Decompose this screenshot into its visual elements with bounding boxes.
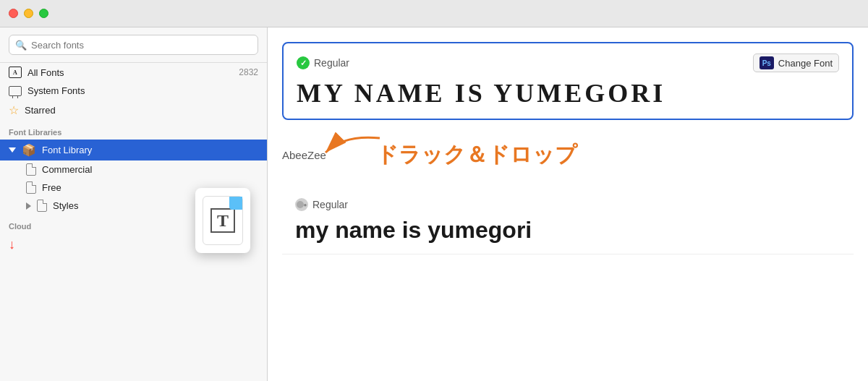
drag-drop-label: ドラック＆ドロップ bbox=[376, 140, 577, 170]
monitor-icon bbox=[9, 86, 22, 96]
cloud-arrow-icon: ↓ bbox=[9, 237, 15, 252]
search-input[interactable] bbox=[31, 40, 252, 51]
drag-icon[interactable]: T bbox=[195, 188, 250, 253]
all-fonts-label: All Fonts bbox=[27, 67, 64, 78]
font-preview-top: MY NAME IS YUMEGORI bbox=[297, 78, 839, 108]
font-file-icon: T bbox=[203, 196, 243, 245]
font-card-bottom: Regular my name is yumegori bbox=[282, 188, 854, 254]
star-icon: ☆ bbox=[9, 103, 19, 117]
font-card-header-top: Regular Ps Change Font bbox=[297, 53, 839, 72]
font-libraries-section-label: Font Libraries bbox=[0, 121, 267, 140]
box-icon: 📦 bbox=[22, 143, 36, 157]
close-button[interactable] bbox=[9, 9, 18, 18]
font-status-label-bottom: Regular bbox=[312, 199, 348, 210]
font-t-letter: T bbox=[210, 208, 235, 233]
font-preview-bottom: my name is yumegori bbox=[295, 217, 841, 244]
page-icon-free bbox=[26, 181, 36, 194]
app-body: 🔍 A All Fonts 2832 System Fonts ☆ Starre… bbox=[0, 27, 868, 381]
status-green-icon bbox=[297, 56, 310, 69]
change-font-button[interactable]: Ps Change Font bbox=[753, 53, 839, 72]
page-icon-styles bbox=[37, 200, 47, 212]
page-icon-commercial bbox=[26, 163, 36, 176]
search-area: 🔍 bbox=[0, 27, 267, 63]
sidebar-item-commercial[interactable]: Commercial bbox=[0, 160, 267, 179]
main-content: Regular Ps Change Font MY NAME IS YUMEGO… bbox=[268, 27, 868, 381]
sidebar-item-all-fonts[interactable]: A All Fonts 2832 bbox=[0, 63, 267, 82]
change-font-label: Change Font bbox=[778, 58, 833, 69]
font-name-abeezee: AbeeZee bbox=[282, 149, 326, 161]
font-card-header-bottom: Regular bbox=[295, 198, 841, 211]
styles-label: Styles bbox=[53, 200, 78, 211]
chevron-right-icon bbox=[26, 202, 31, 210]
starred-label: Starred bbox=[25, 105, 56, 116]
sidebar-item-font-library[interactable]: 📦 Font Library bbox=[0, 140, 267, 160]
system-fonts-label: System Fonts bbox=[27, 85, 85, 96]
minimize-button[interactable] bbox=[24, 9, 33, 18]
sidebar-item-starred[interactable]: ☆ Starred bbox=[0, 100, 267, 121]
font-status-top: Regular bbox=[297, 56, 349, 69]
all-fonts-count: 2832 bbox=[239, 67, 258, 77]
font-library-label: Font Library bbox=[42, 145, 92, 155]
sidebar-item-system-fonts[interactable]: System Fonts bbox=[0, 82, 267, 100]
fold-bg bbox=[229, 197, 242, 210]
annotation-area: AbeeZee ドラック＆ドロップ bbox=[282, 134, 854, 176]
chevron-down-icon bbox=[9, 147, 16, 153]
all-fonts-icon: A bbox=[9, 67, 22, 78]
photoshop-icon: Ps bbox=[760, 56, 774, 69]
search-icon: 🔍 bbox=[15, 40, 27, 51]
maximize-button[interactable] bbox=[39, 9, 48, 18]
search-box[interactable]: 🔍 bbox=[9, 35, 258, 55]
font-status-bottom: Regular bbox=[295, 198, 348, 211]
free-label: Free bbox=[42, 182, 61, 193]
titlebar bbox=[0, 0, 868, 27]
font-card-top: Regular Ps Change Font MY NAME IS YUMEGO… bbox=[282, 42, 854, 120]
status-gray-icon bbox=[295, 198, 308, 211]
commercial-label: Commercial bbox=[42, 164, 92, 175]
font-status-label-top: Regular bbox=[314, 57, 349, 69]
